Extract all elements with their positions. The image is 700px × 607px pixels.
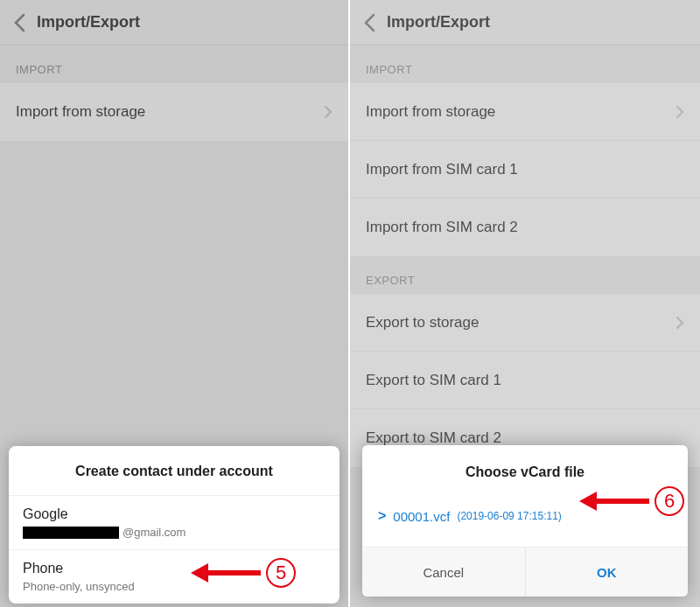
file-option[interactable]: > 00001.vcf (2019-06-09 17:15:11)	[362, 503, 688, 548]
redacted-email-prefix	[23, 527, 119, 539]
sheet-title: Create contact under account	[9, 446, 340, 496]
ok-button[interactable]: OK	[526, 548, 689, 597]
file-timestamp: (2019-06-09 17:15:11)	[457, 510, 561, 522]
account-name: Phone	[23, 561, 326, 576]
dialog-button-row: Cancel OK	[362, 548, 688, 597]
account-email-suffix: @gmail.com	[122, 526, 186, 539]
expand-caret-icon: >	[378, 508, 386, 524]
account-google[interactable]: Google @gmail.com	[9, 496, 340, 550]
account-picker-sheet: Create contact under account Google @gma…	[9, 446, 340, 604]
account-name: Google	[23, 506, 326, 522]
file-name: 00001.vcf	[393, 509, 450, 524]
cancel-button[interactable]: Cancel	[362, 548, 526, 597]
vcard-dialog: Choose vCard file > 00001.vcf (2019-06-0…	[362, 445, 688, 597]
account-sub: Phone-only, unsynced	[23, 580, 326, 593]
dialog-title: Choose vCard file	[362, 445, 688, 503]
account-phone[interactable]: Phone Phone-only, unsynced	[9, 550, 340, 604]
account-email: @gmail.com	[23, 526, 326, 539]
